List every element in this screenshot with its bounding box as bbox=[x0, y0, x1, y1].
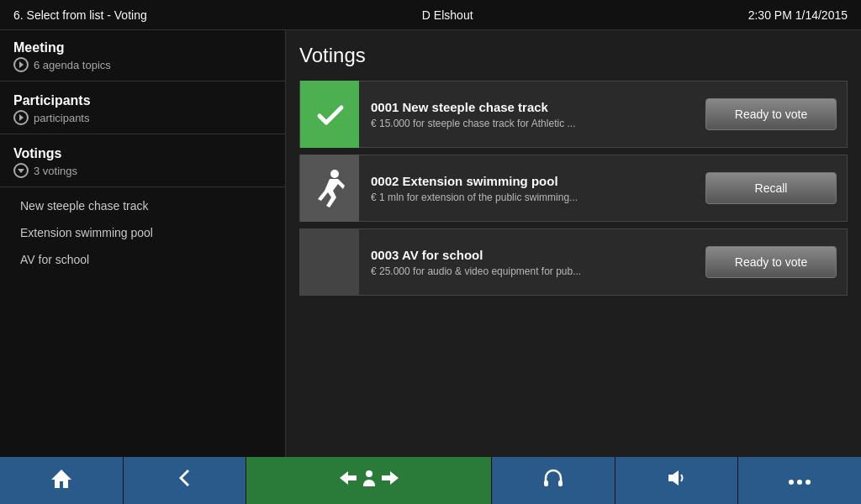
svg-rect-7 bbox=[558, 480, 563, 486]
voting-item-1: 0001 New steeple chase track€ 15.000 for… bbox=[299, 81, 848, 148]
svg-point-4 bbox=[366, 470, 372, 477]
sidebar-item[interactable]: AV for school bbox=[0, 246, 285, 273]
svg-marker-2 bbox=[179, 470, 189, 486]
sidebar-section-votings[interactable]: Votings3 votings bbox=[0, 139, 285, 181]
main-layout: Meeting6 agenda topicsParticipantspartic… bbox=[0, 30, 861, 457]
voting-action-1: Ready to vote bbox=[695, 98, 847, 130]
voting-title-1: 0001 New steeple chase track bbox=[371, 100, 684, 114]
sidebar-section-title-votings: Votings bbox=[13, 146, 272, 161]
ready-to-vote-button-3[interactable]: Ready to vote bbox=[705, 246, 837, 278]
voting-list: 0001 New steeple chase track€ 15.000 for… bbox=[299, 81, 848, 296]
voting-text-3: 0003 AV for school€ 25.000 for audio & v… bbox=[359, 239, 695, 286]
voting-desc-1: € 15.000 for steeple chase track for Ath… bbox=[371, 118, 684, 129]
volume-button[interactable] bbox=[615, 457, 739, 504]
back-icon bbox=[172, 466, 196, 495]
sidebar-section-title-meeting: Meeting bbox=[13, 40, 272, 55]
sidebar-votings-icon bbox=[13, 163, 29, 178]
voting-text-1: 0001 New steeple chase track€ 15.000 for… bbox=[359, 92, 695, 138]
header-left: 6. Select from list - Voting bbox=[13, 8, 147, 22]
more-button[interactable] bbox=[738, 457, 861, 504]
svg-marker-8 bbox=[668, 470, 679, 486]
svg-marker-5 bbox=[382, 471, 399, 485]
voting-item-3: 0003 AV for school€ 25.000 for audio & v… bbox=[299, 228, 848, 296]
recall-button-2[interactable]: Recall bbox=[705, 172, 837, 204]
svg-point-10 bbox=[797, 480, 802, 485]
volume-icon bbox=[665, 466, 689, 495]
sidebar-section-sub-meeting: 6 agenda topics bbox=[13, 57, 272, 72]
more-icon bbox=[788, 470, 811, 491]
voting-desc-2: € 1 mln for extension of the public swim… bbox=[371, 192, 684, 203]
svg-marker-3 bbox=[340, 471, 357, 485]
voting-title-2: 0002 Extension swimming pool bbox=[371, 174, 684, 188]
header-right: 2:30 PM 1/14/2015 bbox=[748, 8, 848, 22]
content-area: Votings 0001 New steeple chase track€ 15… bbox=[286, 30, 861, 457]
voting-empty-icon bbox=[300, 228, 359, 296]
home-button[interactable] bbox=[0, 457, 124, 504]
svg-point-0 bbox=[330, 170, 339, 178]
transfer-button[interactable] bbox=[246, 457, 492, 504]
headphones-icon bbox=[541, 466, 565, 495]
voting-item-2: 0002 Extension swimming pool€ 1 mln for … bbox=[299, 155, 848, 222]
sidebar-meeting-icon bbox=[13, 57, 29, 72]
sidebar-section-participants[interactable]: Participantsparticipants bbox=[0, 87, 285, 129]
sidebar-participants-icon bbox=[13, 110, 29, 125]
voting-text-2: 0002 Extension swimming pool€ 1 mln for … bbox=[359, 165, 695, 212]
home-icon bbox=[50, 466, 73, 495]
svg-point-9 bbox=[789, 480, 794, 485]
voting-desc-3: € 25.000 for audio & video equipment for… bbox=[371, 265, 684, 277]
voting-title-3: 0003 AV for school bbox=[371, 248, 684, 262]
svg-marker-1 bbox=[51, 470, 71, 488]
back-button[interactable] bbox=[124, 457, 247, 504]
sidebar-item[interactable]: New steeple chase track bbox=[0, 192, 285, 219]
voting-runner-icon bbox=[300, 155, 359, 222]
voting-action-3: Ready to vote bbox=[695, 246, 847, 278]
headphones-button[interactable] bbox=[492, 457, 615, 504]
toolbar bbox=[0, 457, 861, 504]
sidebar: Meeting6 agenda topicsParticipantspartic… bbox=[0, 30, 286, 457]
sidebar-section-sub-participants: participants bbox=[13, 110, 272, 125]
voting-check-icon bbox=[300, 81, 359, 148]
sidebar-item[interactable]: Extension swimming pool bbox=[0, 219, 285, 246]
svg-point-11 bbox=[806, 480, 811, 485]
ready-to-vote-button-1[interactable]: Ready to vote bbox=[705, 98, 837, 130]
sidebar-section-title-participants: Participants bbox=[13, 93, 272, 108]
sidebar-section-sub-votings: 3 votings bbox=[13, 163, 272, 178]
page-title: Votings bbox=[299, 44, 848, 67]
voting-action-2: Recall bbox=[695, 172, 847, 204]
transfer-icon bbox=[340, 466, 399, 495]
svg-rect-6 bbox=[544, 480, 548, 486]
sidebar-section-meeting[interactable]: Meeting6 agenda topics bbox=[0, 34, 285, 76]
header-center: D Elshout bbox=[422, 8, 473, 22]
header: 6. Select from list - Voting D Elshout 2… bbox=[0, 0, 861, 30]
